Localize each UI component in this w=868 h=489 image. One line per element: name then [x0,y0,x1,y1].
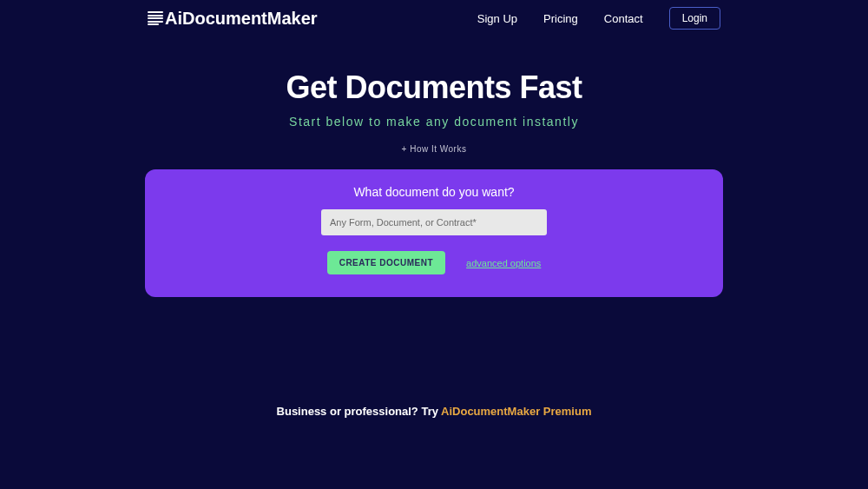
nav-pricing[interactable]: Pricing [543,12,578,25]
nav: Sign Up Pricing Contact Login [477,7,720,30]
page-title: Get Documents Fast [0,69,868,106]
form-label: What document do you want? [145,185,723,199]
header: AiDocumentMaker Sign Up Pricing Contact … [0,0,868,36]
nav-signup[interactable]: Sign Up [477,12,517,25]
footer-promo: Business or professional? Try AiDocument… [0,405,868,418]
main-content: Get Documents Fast Start below to make a… [0,69,868,297]
nav-contact[interactable]: Contact [604,12,643,25]
create-document-button[interactable]: CREATE DOCUMENT [327,251,445,274]
premium-link[interactable]: AiDocumentMaker Premium [441,405,591,418]
button-row: CREATE DOCUMENT advanced options [145,251,723,274]
login-button[interactable]: Login [669,7,720,30]
document-lines-icon [148,10,163,26]
logo-text: AiDocumentMaker [165,9,318,29]
how-it-works-toggle[interactable]: + How It Works [0,144,868,154]
document-input[interactable] [321,209,547,235]
document-form-card: What document do you want? CREATE DOCUME… [145,169,723,297]
footer-text-prefix: Business or professional? Try [277,405,442,418]
logo[interactable]: AiDocumentMaker [148,9,318,29]
advanced-options-link[interactable]: advanced options [466,258,541,268]
page-subtitle: Start below to make any document instant… [0,115,868,129]
